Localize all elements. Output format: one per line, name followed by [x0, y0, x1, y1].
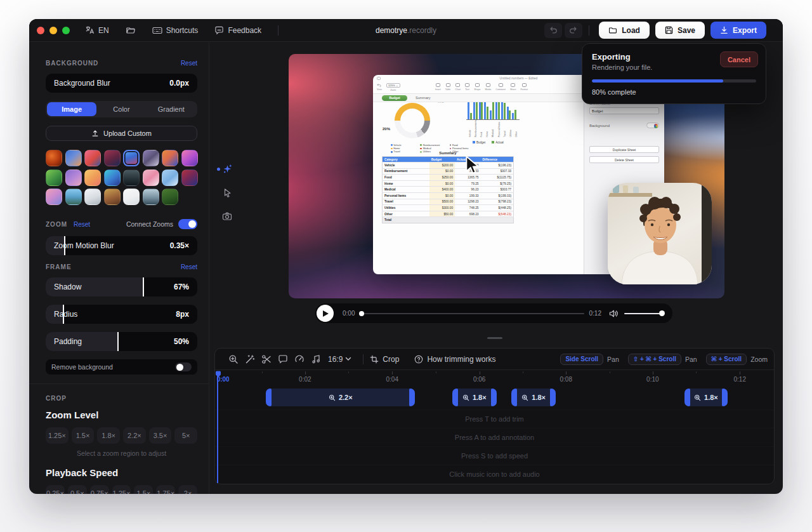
zoom-segment-2[interactable]: 1.8×	[452, 389, 497, 406]
bar-label: Reimbursements	[473, 121, 478, 137]
cursor-tool[interactable]	[223, 188, 232, 198]
connect-zooms-toggle[interactable]	[178, 219, 197, 229]
export-button[interactable]: Export	[710, 22, 766, 39]
upload-custom-button[interactable]: Upload Custom	[46, 126, 197, 141]
tab-gradient[interactable]: Gradient	[147, 102, 196, 116]
zoom-segment-3[interactable]: 1.8×	[511, 389, 556, 406]
wallpaper-thumbnail-magenta-bloom[interactable]	[181, 150, 198, 166]
frame-padding-slider[interactable]: Padding50%	[46, 332, 197, 351]
frame-reset-link[interactable]: Reset	[181, 263, 197, 270]
wallpaper-thumbnail-ember-swirl[interactable]	[181, 170, 198, 186]
frame-shadow-slider[interactable]: Shadow67%	[46, 277, 197, 296]
wallpaper-thumbnail-pastel-wave[interactable]	[46, 189, 62, 205]
wallpaper-thumbnail-crimson-navy[interactable]	[104, 150, 121, 166]
ruler-tick	[653, 371, 653, 375]
wallpaper-thumbnail-rose-silk[interactable]	[143, 170, 159, 186]
redo-button[interactable]	[565, 23, 582, 38]
divider	[589, 25, 589, 36]
slider-label: Radius	[54, 310, 77, 319]
zoom-level-option-3.5x[interactable]: 3.5×	[149, 427, 172, 444]
wallpaper-thumbnail-paper-white[interactable]	[123, 189, 140, 205]
shortcuts-menu[interactable]: Shortcuts	[152, 26, 199, 35]
volume-icon[interactable]	[609, 309, 619, 318]
wallpaper-thumbnail-sky-soft[interactable]	[162, 170, 178, 186]
wallpaper-thumbnail-violet-haze[interactable]	[143, 150, 159, 166]
speed-option-0.5x[interactable]: 0.5×	[68, 485, 87, 494]
zoom-motion-blur-slider[interactable]: Zoom Motion Blur 0.35×	[46, 236, 197, 255]
panel-resize-handle[interactable]	[487, 337, 502, 339]
feedback-menu[interactable]: Feedback	[214, 26, 261, 35]
wallpaper-thumbnail-autumn-forest[interactable]	[104, 189, 121, 205]
wallpaper-thumbnail-bigsur-dawn[interactable]	[65, 150, 82, 166]
open-project-button[interactable]	[126, 25, 136, 36]
close-window-button[interactable]	[37, 27, 44, 34]
zoom-level-option-2.2x[interactable]: 2.2×	[123, 427, 146, 444]
wallpaper-thumbnail-poppy-orange[interactable]	[46, 150, 62, 166]
zoom-level-option-1.8x[interactable]: 1.8×	[97, 427, 120, 444]
magic-tool[interactable]	[242, 352, 258, 366]
zoom-level-option-1.25x[interactable]: 1.25×	[46, 427, 69, 444]
play-button[interactable]	[317, 305, 334, 322]
webcam-overlay[interactable]	[608, 183, 712, 284]
speed-option-1.5x[interactable]: 1.5×	[134, 485, 153, 494]
zoom-segment-1[interactable]: 2.2×	[266, 389, 415, 406]
load-button[interactable]: Load	[599, 22, 650, 39]
ruler-tick	[392, 371, 393, 375]
zoom-level-option-1.5x[interactable]: 1.5×	[72, 427, 95, 444]
speed-option-0.75x[interactable]: 0.75×	[90, 485, 109, 494]
zoom-segment-4[interactable]: 1.8×	[684, 389, 728, 406]
bar-label: Food	[479, 121, 483, 137]
wallpaper-thumbnail-bigsur-classic[interactable]	[123, 150, 140, 166]
timeline-ruler[interactable]: 0:000:020:040:060:080:100:12	[215, 370, 774, 387]
camera-tool[interactable]	[222, 211, 232, 221]
language-menu[interactable]: EN	[85, 25, 109, 35]
speed-option-0.25x[interactable]: 0.25×	[46, 485, 65, 494]
remove-background-toggle[interactable]	[175, 362, 192, 371]
speed-option-2x[interactable]: 2×	[178, 485, 197, 494]
undo-button[interactable]	[544, 23, 562, 38]
annotation-tool[interactable]	[275, 352, 291, 366]
bar-legend-actual: Actual	[492, 141, 504, 144]
wallpaper-thumbnail-green-hills[interactable]	[46, 170, 62, 186]
zoom-level-option-5x[interactable]: 5×	[174, 427, 197, 444]
wallpaper-thumbnail-white-peaks[interactable]	[84, 189, 101, 205]
speed-option-1.25x[interactable]: 1.25×	[112, 485, 131, 494]
zoom-window-button[interactable]	[62, 27, 70, 34]
timeline-zoom-tool[interactable]	[225, 352, 242, 366]
wallpaper-thumbnail-orange-blue-split[interactable]	[162, 150, 178, 166]
save-button[interactable]: Save	[655, 22, 705, 39]
seek-handle[interactable]	[359, 311, 364, 316]
wallpaper-thumbnail-dark-mountains[interactable]	[123, 170, 140, 186]
wallpaper-thumbnail-lake-vista[interactable]	[65, 189, 82, 205]
background-blur-slider[interactable]: Background Blur 0.0px	[46, 74, 197, 93]
trimming-help-link[interactable]: How trimming works	[414, 355, 495, 364]
wallpaper-thumbnail-peach-glow[interactable]	[84, 170, 101, 186]
seek-bar[interactable]	[360, 313, 584, 314]
background-reset-link[interactable]: Reset	[181, 60, 197, 67]
divider	[278, 25, 278, 36]
playhead-marker[interactable]	[215, 371, 221, 378]
tab-image[interactable]: Image	[47, 102, 96, 116]
speed-option-1.75x[interactable]: 1.75×	[156, 485, 175, 494]
minimize-window-button[interactable]	[49, 27, 57, 34]
volume-slider[interactable]	[624, 313, 664, 314]
zoom-in-icon	[228, 354, 239, 364]
wallpaper-thumbnail-pink-red-wave[interactable]	[84, 150, 101, 166]
speed-tool[interactable]	[291, 352, 308, 366]
wallpaper-thumbnail-purple-pink-sky[interactable]	[65, 170, 82, 186]
zoom-reset-link[interactable]: Reset	[74, 221, 90, 228]
crop-button[interactable]: Crop	[370, 355, 399, 364]
tab-color[interactable]: Color	[96, 102, 146, 116]
audio-tool[interactable]	[308, 352, 324, 366]
feedback-bubble-icon	[214, 26, 224, 35]
ruler-tick	[740, 371, 740, 375]
volume-handle[interactable]	[659, 310, 665, 316]
wallpaper-thumbnail-aurora-teal[interactable]	[104, 170, 121, 186]
wallpaper-thumbnail-mossy-forest[interactable]	[162, 189, 178, 205]
ai-enhance-tool[interactable]	[222, 164, 233, 175]
aspect-ratio-dropdown[interactable]: 16:9	[328, 355, 351, 364]
frame-radius-slider[interactable]: Radius8px	[46, 305, 197, 324]
trim-tool[interactable]	[258, 352, 275, 366]
wallpaper-thumbnail-mirror-lake[interactable]	[143, 189, 159, 205]
cancel-export-button[interactable]: Cancel	[720, 51, 758, 67]
